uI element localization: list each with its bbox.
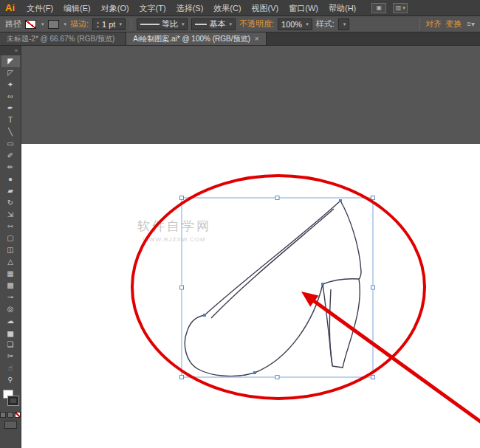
paintbrush-tool[interactable]: ✐ (1, 150, 20, 162)
gradient-tool[interactable]: ▩ (1, 280, 20, 292)
align-link[interactable]: 对齐 (425, 18, 442, 30)
shape-builder-tool[interactable]: ◫ (1, 244, 20, 256)
slice-tool[interactable]: ✂ (1, 351, 20, 362)
artboard-tool[interactable]: ❏ (1, 339, 20, 351)
magic-wand-tool[interactable]: ✦ (1, 79, 20, 91)
context-label: 路径 (5, 18, 21, 30)
width-profile-dropdown[interactable]: 等比 ▾ (137, 18, 188, 30)
fill-stroke-swatches[interactable] (1, 390, 20, 410)
tab-ai-pattern[interactable]: Ai绘制图案.ai* @ 100% (RGB/预览) × (126, 32, 266, 45)
stroke-link[interactable]: 描边: (70, 18, 89, 30)
symbol-sprayer-tool[interactable]: ☁ (1, 315, 20, 327)
style-dropdown[interactable]: ▾ (338, 18, 350, 30)
illustrator-window: { "menubar": { "logo": "Ai", "items": [ … (0, 0, 480, 448)
line-segment-tool[interactable]: ╲ (1, 126, 20, 138)
transform-link[interactable]: 变换 (445, 18, 462, 30)
tool-list: ◤◸✦∾✒T╲▭✐✏●▰↻⇲⇿▢◫△▦▩⊸◎☁▅❏✂☝⚲ (1, 55, 20, 386)
brush-line-icon (195, 24, 207, 25)
blob-brush-tool[interactable]: ● (1, 173, 20, 185)
profile-line-icon (140, 24, 160, 25)
mesh-tool[interactable]: ▦ (1, 268, 20, 280)
lasso-tool[interactable]: ∾ (1, 91, 20, 103)
menu-effect[interactable]: 效果(C) (208, 0, 246, 16)
fill-color-swatch[interactable] (25, 20, 36, 29)
menu-bar: Ai 文件(F)编辑(E)对象(O)文字(T)选择(S)效果(C)视图(V)窗口… (0, 0, 480, 16)
stroke-swatch[interactable] (8, 396, 18, 405)
menu-help[interactable]: 帮助(H) (323, 0, 361, 16)
workspace-switcher-icon[interactable]: ▥▾ (393, 3, 408, 13)
fill-dropdown-icon[interactable]: ▾ (41, 21, 44, 27)
eyedropper-tool[interactable]: ⊸ (1, 292, 20, 303)
free-transform-tool[interactable]: ▢ (1, 232, 20, 244)
menubar-right-icons: ▣ ▥▾ (371, 3, 408, 13)
menu-edit[interactable]: 编辑(E) (58, 0, 96, 16)
direct-selection-tool[interactable]: ◸ (1, 67, 20, 79)
document-tab-bar: 未标题-2* @ 66.67% (RGB/预览) Ai绘制图案.ai* @ 10… (0, 32, 480, 46)
blend-tool[interactable]: ◎ (1, 303, 20, 315)
stroke-color-swatch[interactable] (48, 20, 59, 29)
separator (419, 18, 420, 30)
rectangle-tool[interactable]: ▭ (1, 138, 20, 150)
pencil-tool[interactable]: ✏ (1, 162, 20, 173)
separator (131, 18, 131, 30)
pasteboard[interactable] (21, 46, 480, 144)
color-mode-buttons (0, 412, 21, 418)
menu-select[interactable]: 选择(S) (171, 0, 209, 16)
panel-menu-icon[interactable]: ≡▾ (467, 20, 475, 28)
menu-view[interactable]: 视图(V) (247, 0, 284, 16)
app-logo: Ai (0, 2, 21, 13)
menu-items: 文件(F)编辑(E)对象(O)文字(T)选择(S)效果(C)视图(V)窗口(W)… (21, 0, 361, 16)
style-label: 样式: (316, 18, 335, 30)
menu-file[interactable]: 文件(F) (21, 0, 58, 16)
menu-window[interactable]: 窗口(W) (284, 0, 323, 16)
pen-tool[interactable]: ✒ (1, 103, 20, 114)
type-tool[interactable]: T (1, 114, 20, 126)
hand-tool[interactable]: ☝ (1, 362, 20, 374)
opacity-dropdown[interactable]: 100% ▾ (278, 18, 312, 30)
stroke-dropdown-icon[interactable]: ▾ (64, 21, 67, 27)
tab-close-icon[interactable]: × (255, 35, 259, 43)
none-button[interactable] (15, 412, 21, 418)
control-bar: 路径 ▾ ▾ 描边: ▲▼ 1 pt ▾ 等比 ▾ 基本 ▾ 不透明度: 100… (0, 16, 480, 32)
perspective-grid-tool[interactable]: △ (1, 256, 20, 268)
brush-definition-dropdown[interactable]: 基本 ▾ (191, 18, 236, 30)
opacity-link[interactable]: 不透明度: (239, 18, 274, 30)
tools-panel: » ◤◸✦∾✒T╲▭✐✏●▰↻⇲⇿▢◫△▦▩⊸◎☁▅❏✂☝⚲ (0, 46, 21, 448)
arrange-documents-icon[interactable]: ▣ (371, 3, 386, 13)
menu-type[interactable]: 文字(T) (134, 0, 171, 16)
stroke-weight-stepper[interactable]: ▲▼ (96, 20, 100, 29)
menu-object[interactable]: 对象(O) (96, 0, 134, 16)
rotate-tool[interactable]: ↻ (1, 197, 20, 209)
tools-collapse-icon[interactable]: » (0, 46, 21, 55)
selection-tool[interactable]: ◤ (1, 55, 20, 67)
gradient-button[interactable] (7, 412, 13, 418)
screen-mode-button[interactable] (4, 421, 17, 429)
column-graph-tool[interactable]: ▅ (1, 327, 20, 339)
width-tool[interactable]: ⇿ (1, 221, 20, 232)
zoom-tool[interactable]: ⚲ (1, 374, 20, 386)
eraser-tool[interactable]: ▰ (1, 185, 20, 197)
stroke-weight-field[interactable]: ▲▼ 1 pt ▾ (92, 18, 126, 30)
color-button[interactable] (0, 412, 6, 418)
scale-tool[interactable]: ⇲ (1, 209, 20, 221)
tab-untitled-2[interactable]: 未标题-2* @ 66.67% (RGB/预览) (0, 32, 126, 45)
artboard[interactable] (21, 46, 480, 448)
